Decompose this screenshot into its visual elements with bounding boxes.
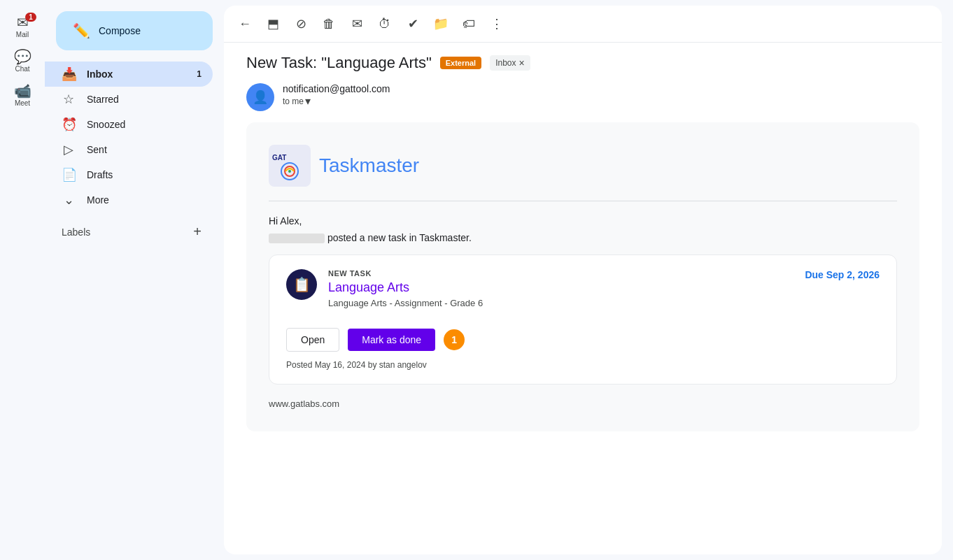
task-label: NEW TASK (328, 269, 793, 278)
chat-label: Chat (15, 65, 29, 73)
back-arrow-icon: ← (239, 17, 251, 31)
inbox-tag: Inbox × (490, 55, 530, 71)
more-options-button[interactable]: ⋮ (484, 11, 509, 36)
meet-icon: 📹 (14, 84, 31, 98)
more-dots-icon: ⋮ (490, 16, 503, 31)
inbox-tag-close[interactable]: × (518, 57, 524, 69)
taskmaster-logo: GAT Taskmaster (269, 145, 897, 201)
compose-label: Compose (99, 25, 141, 36)
task-subtitle: Language Arts - Assignment - Grade 6 (328, 298, 793, 308)
snooze-button[interactable]: ⏱ (372, 11, 397, 36)
email-body-card: GAT Taskmaster Hi Alex, posted a new tas… (246, 122, 919, 431)
email-content: New Task: "Language Arts" External Inbox… (224, 43, 942, 554)
external-tag: External (440, 57, 481, 69)
sender-to[interactable]: to me ▾ (283, 94, 919, 108)
sidebar: ✏️ Compose 📥 Inbox 1 ☆ Starred ⏰ Snoozed… (45, 0, 224, 560)
sent-icon: ▷ (62, 142, 76, 157)
task-card: 📋 NEW TASK Language Arts Language Arts -… (269, 254, 897, 385)
move-button[interactable]: 📁 (428, 11, 453, 36)
inbox-count: 1 (197, 69, 202, 79)
task-posted: Posted May 16, 2024 by stan angelov (286, 360, 880, 370)
starred-icon: ☆ (62, 92, 76, 107)
email-footer: www.gatlabs.com (269, 399, 897, 409)
main-panel: ← ⬒ ⊘ 🗑 ✉ ⏱ ✔ 📁 🏷 ⋮ Ne (224, 6, 942, 554)
toolbar: ← ⬒ ⊘ 🗑 ✉ ⏱ ✔ 📁 🏷 ⋮ (224, 6, 942, 43)
task-card-header: 📋 NEW TASK Language Arts Language Arts -… (286, 269, 880, 320)
task-type-icon: 📋 (286, 269, 317, 300)
spam-button[interactable]: ⊘ (288, 11, 313, 36)
email-body: posted a new task in Taskmaster. (269, 232, 897, 243)
mail-label: Mail (16, 31, 29, 38)
taskmaster-name: Taskmaster (319, 155, 419, 177)
inbox-tag-label: Inbox (495, 58, 516, 68)
open-button[interactable]: Open (286, 328, 339, 352)
sent-label: Sent (87, 144, 202, 155)
task-title: Language Arts (328, 280, 793, 295)
task-icon: ✔ (408, 16, 418, 31)
sidebar-item-drafts[interactable]: 📄 Drafts (45, 162, 213, 187)
rail-mail[interactable]: 1 ✉ Mail (3, 11, 42, 43)
sidebar-item-inbox[interactable]: 📥 Inbox 1 (45, 62, 213, 87)
svg-point-4 (288, 170, 291, 173)
mail-badge: 1 (25, 13, 36, 22)
sender-to-text: to me (283, 96, 304, 106)
snoozed-icon: ⏰ (62, 117, 76, 132)
delete-button[interactable]: 🗑 (316, 11, 341, 36)
sidebar-item-more[interactable]: ⌄ More (45, 187, 213, 213)
email-subject: New Task: "Language Arts" (246, 54, 432, 72)
back-button[interactable]: ← (232, 11, 257, 36)
meet-label: Meet (15, 99, 30, 107)
sender-avatar: 👤 (246, 83, 274, 111)
drafts-icon: 📄 (62, 167, 76, 182)
more-label: More (87, 194, 202, 206)
taskmaster-logo-icon: GAT (269, 145, 311, 187)
move-icon: 📁 (433, 16, 449, 31)
inbox-icon: 📥 (62, 66, 76, 82)
sender-info: notification@gattool.com to me ▾ (283, 83, 919, 108)
left-rail: 1 ✉ Mail 💬 Chat 📹 Meet (0, 0, 45, 560)
rail-meet[interactable]: 📹 Meet (3, 80, 42, 111)
rail-chat[interactable]: 💬 Chat (3, 45, 42, 77)
sender-to-arrow-icon: ▾ (305, 94, 311, 108)
label-icon: 🏷 (463, 17, 475, 31)
sender-row: 👤 notification@gattool.com to me ▾ (246, 83, 919, 111)
task-due: Due Sep 2, 2026 (805, 269, 880, 280)
more-chevron-icon: ⌄ (62, 192, 76, 208)
labels-header[interactable]: Labels + (45, 218, 213, 245)
labels-add-button[interactable]: + (193, 224, 202, 240)
archive-button[interactable]: ⬒ (260, 11, 285, 36)
chat-icon: 💬 (14, 50, 31, 64)
starred-label: Starred (87, 94, 202, 105)
sidebar-item-sent[interactable]: ▷ Sent (45, 137, 213, 162)
email-greeting: Hi Alex, (269, 215, 897, 227)
spam-icon: ⊘ (296, 16, 306, 31)
snoozed-label: Snoozed (87, 119, 202, 130)
compose-icon: ✏️ (73, 22, 90, 39)
email-body-text: posted a new task in Taskmaster. (327, 232, 472, 243)
snooze-icon: ⏱ (379, 17, 391, 31)
task-details: NEW TASK Language Arts Language Arts - A… (328, 269, 793, 320)
labels-title: Labels (62, 227, 90, 238)
label-button[interactable]: 🏷 (456, 11, 481, 36)
redacted-name (269, 234, 325, 243)
mark-unread-button[interactable]: ✉ (344, 11, 369, 36)
compose-button[interactable]: ✏️ Compose (56, 11, 213, 50)
task-clipboard-icon: 📋 (293, 276, 311, 293)
archive-icon: ⬒ (267, 16, 279, 31)
svg-text:GAT: GAT (272, 154, 286, 161)
sidebar-item-starred[interactable]: ☆ Starred (45, 87, 213, 112)
sidebar-item-snoozed[interactable]: ⏰ Snoozed (45, 112, 213, 137)
add-task-button[interactable]: ✔ (400, 11, 425, 36)
drafts-label: Drafts (87, 169, 202, 180)
mark-unread-icon: ✉ (352, 16, 362, 31)
email-subject-row: New Task: "Language Arts" External Inbox… (246, 54, 919, 72)
task-actions: Open Mark as done 1 (286, 328, 880, 352)
labels-section: Labels + (45, 213, 224, 251)
notification-badge: 1 (444, 329, 465, 350)
avatar-icon: 👤 (253, 89, 268, 105)
inbox-label: Inbox (87, 69, 185, 80)
mark-done-button[interactable]: Mark as done (348, 329, 435, 351)
sender-name: notification@gattool.com (283, 83, 919, 94)
trash-icon: 🗑 (323, 17, 335, 31)
